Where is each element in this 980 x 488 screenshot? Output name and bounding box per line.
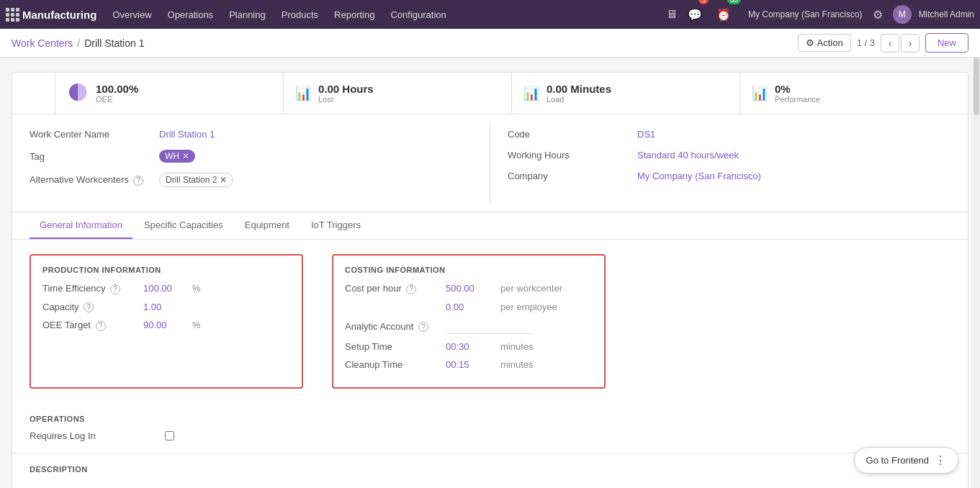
- work-center-name-value[interactable]: Drill Station 1: [159, 129, 215, 140]
- operations-section: OPERATIONS Requires Log In: [12, 403, 968, 453]
- breadcrumb-parent[interactable]: Work Centers: [12, 37, 73, 49]
- stat-minutes-value: 0.00 Minutes: [547, 83, 611, 95]
- tag-wh-text: WH: [165, 151, 179, 161]
- app-brand[interactable]: Manufacturing: [22, 9, 96, 21]
- code-value[interactable]: DS1: [637, 129, 655, 140]
- row-tag: Tag WH ✕: [30, 150, 472, 163]
- navbar-menu: Overview Operations Planning Products Re…: [105, 6, 661, 23]
- pie-chart-icon: [67, 81, 89, 105]
- stat-perf-text: 0% Performance: [775, 83, 820, 104]
- action-label: Action: [817, 37, 843, 48]
- record-count: 1 / 3: [857, 37, 875, 48]
- menu-configuration[interactable]: Configuration: [383, 6, 453, 23]
- go-frontend-button[interactable]: Go to Frontend ⋮: [854, 447, 958, 474]
- navbar-right: 🖥 💬 5 ⏰ 33 My Company (San Francisco) ⚙ …: [664, 5, 974, 24]
- tag-wh-remove[interactable]: ✕: [182, 151, 189, 161]
- new-button[interactable]: New: [925, 33, 968, 53]
- prev-arrow[interactable]: ‹: [881, 34, 899, 53]
- working-hours-label: Working Hours: [508, 150, 637, 161]
- action-button[interactable]: ⚙ Action: [798, 34, 851, 52]
- more-options-icon[interactable]: ⋮: [935, 453, 946, 467]
- chat-icon[interactable]: 💬: [687, 6, 703, 22]
- row-cost-per-hour: Cost per hour ? 500.00 per workcenter: [345, 283, 593, 294]
- stat-oee-value: 100.00%: [96, 83, 138, 95]
- row-setup-time: Setup Time 00:30 minutes: [345, 341, 593, 352]
- company-value[interactable]: My Company (San Francisco): [637, 171, 761, 181]
- stat-hours-value: 0.00 Hours: [318, 83, 374, 95]
- menu-operations[interactable]: Operations: [161, 6, 221, 23]
- menu-overview[interactable]: Overview: [105, 6, 158, 23]
- row-code: Code DS1: [508, 129, 950, 140]
- row-company: Company My Company (San Francisco): [508, 171, 950, 181]
- oee-target-help[interactable]: ?: [96, 321, 106, 331]
- oee-target-label: OEE Target ?: [42, 320, 143, 331]
- alternative-remove-icon[interactable]: ✕: [220, 175, 227, 185]
- tabs-bar: General Information Specific Capacities …: [12, 212, 968, 240]
- form-right-fields: Code DS1 Working Hours Standard 40 hours…: [490, 114, 968, 212]
- stat-perf-value: 0%: [775, 83, 820, 95]
- requires-log-in-label: Requires Log In: [30, 430, 159, 441]
- bar-chart-icon-2: 📊: [523, 86, 539, 101]
- menu-products[interactable]: Products: [274, 6, 325, 23]
- capacity-help[interactable]: ?: [84, 302, 94, 312]
- capacity-value[interactable]: 1.00: [143, 302, 186, 312]
- next-arrow[interactable]: ›: [901, 34, 920, 53]
- go-frontend-label: Go to Frontend: [866, 455, 929, 466]
- tag-value: WH ✕: [159, 150, 195, 163]
- scrollbar-thumb[interactable]: [974, 58, 979, 115]
- costing-info-panel: COSTING INFORMATION Cost per hour ? 500.…: [332, 254, 606, 389]
- screen-icon[interactable]: 🖥: [664, 6, 680, 22]
- tab-equipment[interactable]: Equipment: [235, 212, 300, 239]
- time-efficiency-suffix: %: [192, 283, 201, 294]
- row-working-hours: Working Hours Standard 40 hours/week: [508, 150, 950, 161]
- company-name: My Company (San Francisco): [748, 9, 863, 19]
- stat-minutes-text: 0.00 Minutes Load: [547, 83, 611, 104]
- tab-content-general: PRODUCTION INFORMATION Time Efficiency ?…: [12, 240, 968, 403]
- menu-planning[interactable]: Planning: [222, 6, 273, 23]
- cost-per-employee-unit: per employee: [500, 302, 557, 312]
- tab-specific[interactable]: Specific Capacities: [134, 212, 233, 239]
- stat-hours-lost[interactable]: 📊 0.00 Hours Lost: [284, 73, 512, 114]
- menu-reporting[interactable]: Reporting: [327, 6, 382, 23]
- stat-minutes-label: Load: [547, 95, 611, 104]
- breadcrumb-separator: /: [77, 37, 80, 49]
- setup-time-value[interactable]: 00:30: [446, 341, 489, 352]
- settings-icon[interactable]: ⚙: [870, 6, 886, 22]
- tab-iot[interactable]: IoT Triggers: [301, 212, 371, 239]
- cleanup-time-value[interactable]: 00:15: [446, 359, 489, 370]
- tab-general[interactable]: General Information: [30, 212, 132, 239]
- setup-time-unit: minutes: [500, 341, 534, 352]
- activities-badge: 33: [727, 0, 741, 4]
- user-avatar[interactable]: M: [893, 5, 912, 24]
- top-navbar: Manufacturing Overview Operations Planni…: [0, 0, 980, 29]
- stat-performance[interactable]: 📊 0% Performance: [740, 73, 968, 114]
- messages-badge: 5: [698, 0, 709, 4]
- breadcrumb-bar: Work Centers / Drill Station 1 ⚙ Action …: [0, 29, 980, 58]
- cost-per-employee-value[interactable]: 0.00: [446, 302, 489, 312]
- analytic-help[interactable]: ?: [418, 322, 428, 332]
- alternative-help-icon[interactable]: ?: [133, 176, 143, 186]
- breadcrumb-actions: ⚙ Action 1 / 3 ‹ › New: [798, 33, 968, 53]
- working-hours-value[interactable]: Standard 40 hours/week: [637, 150, 739, 161]
- cleanup-time-unit: minutes: [500, 359, 534, 370]
- stat-perf-label: Performance: [775, 95, 820, 104]
- app-name: Manufacturing: [22, 9, 96, 21]
- description-title: DESCRIPTION: [30, 465, 950, 474]
- description-section: DESCRIPTION: [12, 453, 968, 489]
- cost-help[interactable]: ?: [406, 284, 416, 294]
- scrollbar[interactable]: [973, 58, 980, 488]
- time-efficiency-value[interactable]: 100.00: [143, 283, 186, 294]
- oee-target-value[interactable]: 90.00: [143, 320, 186, 330]
- row-alternative: Alternative Workcenters ? Drill Station …: [30, 173, 472, 187]
- time-efficiency-help[interactable]: ?: [110, 284, 120, 294]
- production-info-title: PRODUCTION INFORMATION: [42, 266, 290, 274]
- analytic-account-value[interactable]: [446, 320, 532, 334]
- cost-per-hour-value[interactable]: 500.00: [446, 283, 489, 294]
- stat-minutes-load[interactable]: 📊 0.00 Minutes Load: [512, 73, 740, 114]
- clock-icon[interactable]: ⏰: [716, 6, 732, 22]
- requires-log-in-checkbox[interactable]: [165, 431, 174, 440]
- main-content: 100.00% OEE 📊 0.00 Hours Lost 📊 0.00 Min…: [0, 58, 980, 488]
- user-name: Mitchell Admin: [919, 9, 974, 19]
- stat-oee[interactable]: 100.00% OEE: [55, 73, 284, 114]
- app-grid-icon[interactable]: [6, 8, 19, 22]
